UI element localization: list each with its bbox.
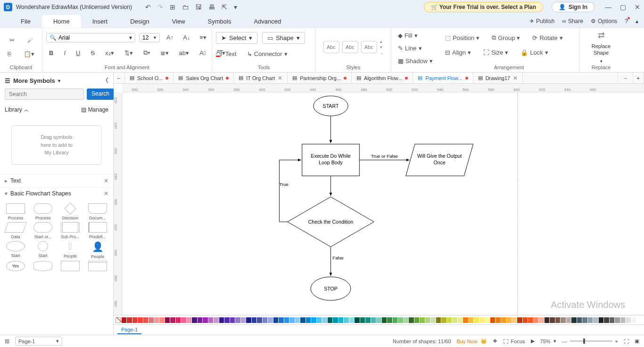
font-size-select[interactable]: ▾ bbox=[139, 33, 160, 42]
color-swatch[interactable] bbox=[474, 317, 479, 323]
color-swatch[interactable] bbox=[365, 317, 371, 323]
color-swatch[interactable] bbox=[376, 317, 381, 323]
color-swatch[interactable] bbox=[610, 317, 615, 323]
library-label[interactable]: Library bbox=[5, 106, 22, 113]
color-swatch[interactable] bbox=[339, 317, 344, 323]
color-swatch[interactable] bbox=[517, 317, 522, 323]
file-menu[interactable]: File bbox=[9, 15, 42, 28]
scroll-up-icon[interactable]: ▴ bbox=[380, 39, 384, 44]
color-swatch[interactable] bbox=[149, 317, 154, 323]
close-section-icon[interactable]: ✕ bbox=[104, 178, 108, 184]
replace-shape-label[interactable]: Replace Shape bbox=[592, 43, 611, 56]
font-input[interactable] bbox=[58, 34, 129, 41]
chevron-down-icon[interactable]: ▾ bbox=[58, 78, 60, 83]
zoom-out-icon[interactable]: — bbox=[562, 339, 567, 344]
shape-process[interactable]: Process bbox=[3, 203, 28, 220]
color-swatch[interactable] bbox=[333, 317, 338, 323]
color-swatch[interactable] bbox=[512, 317, 517, 323]
text-tool[interactable]: TText bbox=[216, 48, 239, 60]
color-swatch[interactable] bbox=[458, 317, 463, 323]
case-icon[interactable]: ab▾ bbox=[176, 48, 192, 58]
color-swatch[interactable] bbox=[311, 317, 316, 323]
color-swatch[interactable] bbox=[279, 317, 284, 323]
zoom-level[interactable]: 75%▾ bbox=[540, 338, 556, 344]
color-swatch[interactable] bbox=[441, 317, 446, 323]
doctab-nav-right[interactable]: → bbox=[618, 73, 633, 83]
color-swatch[interactable] bbox=[284, 317, 289, 323]
search-button[interactable]: Search bbox=[87, 89, 114, 100]
color-swatch[interactable] bbox=[203, 317, 208, 323]
shape-start-or[interactable]: Start or... bbox=[30, 222, 56, 239]
fit-page-icon[interactable]: ⛶ bbox=[624, 339, 629, 344]
new-icon[interactable]: ⊞ bbox=[170, 3, 175, 11]
color-swatch[interactable] bbox=[636, 317, 642, 323]
color-swatch[interactable] bbox=[469, 317, 474, 323]
share-button[interactable]: ∞Share bbox=[562, 18, 583, 24]
color-swatch[interactable] bbox=[360, 317, 365, 323]
design-tab[interactable]: Design bbox=[119, 15, 160, 28]
shape-data[interactable]: Data bbox=[3, 222, 28, 239]
doctab-algorithm[interactable]: ▤Algorithm Flow... bbox=[352, 73, 413, 83]
presentation-icon[interactable]: ▶ bbox=[531, 338, 535, 344]
color-swatch[interactable] bbox=[235, 317, 240, 323]
minimize-icon[interactable]: — bbox=[605, 3, 611, 11]
color-swatch[interactable] bbox=[176, 317, 181, 323]
color-swatch[interactable] bbox=[127, 317, 132, 323]
color-swatch[interactable] bbox=[539, 317, 544, 323]
color-swatch[interactable] bbox=[214, 317, 219, 323]
view-tab[interactable]: View bbox=[161, 15, 197, 28]
color-swatch[interactable] bbox=[252, 317, 257, 323]
color-swatch[interactable] bbox=[208, 317, 214, 323]
library-dropzone[interactable]: Drag symbols here to add to My Library bbox=[11, 125, 102, 165]
search-input[interactable] bbox=[5, 89, 84, 100]
color-swatch[interactable] bbox=[219, 317, 224, 323]
close-icon[interactable]: ✕ bbox=[635, 3, 640, 11]
shape-start-ellipse[interactable]: Start bbox=[3, 241, 28, 259]
doctab-arrow-left[interactable]: ← bbox=[114, 73, 125, 83]
collapse-ribbon-icon[interactable]: ▴ bbox=[636, 18, 638, 24]
symbols-tab[interactable]: Symbols bbox=[197, 15, 243, 28]
color-swatch[interactable] bbox=[409, 317, 414, 323]
color-swatch[interactable] bbox=[268, 317, 273, 323]
color-swatch[interactable] bbox=[414, 317, 420, 323]
shape-people-1[interactable]: 𓀀People bbox=[58, 241, 83, 259]
color-swatch[interactable] bbox=[170, 317, 175, 323]
color-swatch[interactable] bbox=[604, 317, 609, 323]
increase-font-icon[interactable]: A↑ bbox=[164, 32, 176, 43]
spacing-icon[interactable]: ⇅▾ bbox=[122, 48, 136, 58]
publish-button[interactable]: ✈Publish bbox=[529, 18, 554, 24]
color-swatch[interactable] bbox=[582, 317, 587, 323]
color-swatch[interactable] bbox=[257, 317, 262, 323]
text-section-label[interactable]: Text bbox=[10, 178, 21, 184]
color-swatch[interactable] bbox=[289, 317, 295, 323]
connector-tool[interactable]: ↳Connector▾ bbox=[244, 48, 290, 60]
advanced-tab[interactable]: Advanced bbox=[242, 15, 292, 28]
color-swatch[interactable] bbox=[382, 317, 387, 323]
color-swatch[interactable] bbox=[187, 317, 192, 323]
fill-button[interactable]: ◆Fill▾ bbox=[395, 30, 421, 41]
font-size-input[interactable] bbox=[142, 34, 154, 41]
page-selector[interactable]: Page-1 ▾ bbox=[15, 337, 62, 346]
doctab-partnership[interactable]: ▤Partnership Org... bbox=[288, 73, 352, 83]
shape-subprocess[interactable]: Sub Pro... bbox=[58, 222, 83, 239]
underline-icon[interactable]: U bbox=[73, 48, 83, 58]
rotate-button[interactable]: ⟳Rotate▾ bbox=[529, 32, 565, 43]
color-swatch[interactable] bbox=[138, 317, 143, 323]
color-swatch[interactable] bbox=[425, 317, 430, 323]
color-swatch[interactable] bbox=[452, 317, 457, 323]
color-swatch[interactable] bbox=[273, 317, 279, 323]
scroll-down-icon[interactable]: ▾ bbox=[380, 45, 384, 49]
color-swatch[interactable] bbox=[436, 317, 441, 323]
color-swatch[interactable] bbox=[122, 317, 127, 323]
copy-icon[interactable]: ⎘ bbox=[5, 48, 14, 59]
color-swatch[interactable] bbox=[387, 317, 392, 323]
shape-people-2[interactable]: 👤People bbox=[85, 241, 110, 259]
color-swatch[interactable] bbox=[420, 317, 425, 323]
layout-toggle-icon[interactable]: ▥ bbox=[5, 338, 9, 344]
no-fill-icon[interactable] bbox=[116, 317, 121, 323]
color-swatch[interactable] bbox=[355, 317, 360, 323]
color-swatch[interactable] bbox=[599, 317, 604, 323]
paste-icon[interactable]: 📋▾ bbox=[21, 48, 37, 59]
undo-icon[interactable]: ↶ bbox=[145, 3, 151, 11]
doctab-payment[interactable]: ▤Payment Flow... bbox=[413, 73, 473, 83]
